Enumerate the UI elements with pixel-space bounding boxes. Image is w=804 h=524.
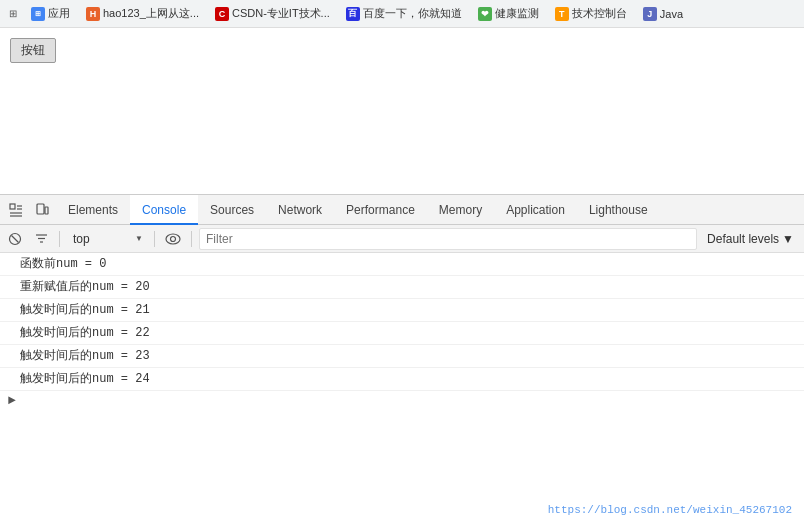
tab-lighthouse[interactable]: Lighthouse [577,195,660,225]
bookmark-health-label: 健康监测 [495,6,539,21]
tab-network[interactable]: Network [266,195,334,225]
health-favicon: ❤ [478,7,492,21]
tab-memory[interactable]: Memory [427,195,494,225]
context-selector[interactable]: top [67,230,147,248]
bookmark-baidu-label: 百度一下，你就知道 [363,6,462,21]
device-toolbar-icon[interactable] [30,198,54,222]
tab-elements[interactable]: Elements [56,195,130,225]
console-line-4: 触发时间后的num = 23 [0,345,804,368]
svg-rect-5 [37,204,44,214]
filter-input[interactable] [199,228,697,250]
bookmark-java-label: Java [660,8,683,20]
console-line-3: 触发时间后的num = 22 [0,322,804,345]
svg-rect-0 [10,204,15,209]
context-selector-wrap[interactable]: top ▼ [67,230,147,248]
tab-console[interactable]: Console [130,195,198,225]
clear-console-icon[interactable] [4,228,26,250]
bookmark-tech[interactable]: T 技术控制台 [550,4,632,23]
console-line-2: 触发时间后的num = 21 [0,299,804,322]
tab-performance[interactable]: Performance [334,195,427,225]
browser-toolbar: ⊞ ⊞ 应用 H hao123_上网从这... C CSDN-专业IT技术...… [0,0,804,28]
java-favicon: J [643,7,657,21]
console-prompt-arrow: ► [8,393,16,408]
svg-point-13 [171,236,176,241]
bookmark-apps-label: 应用 [48,6,70,21]
console-line-0: 函数前num = 0 [0,253,804,276]
default-levels-selector[interactable]: Default levels ▼ [701,230,800,248]
toolbar-divider-2 [154,231,155,247]
live-expression-icon[interactable] [162,228,184,250]
filter-icon[interactable] [30,228,52,250]
apps-favicon: ⊞ [31,7,45,21]
toolbar-divider-3 [191,231,192,247]
devtools-tab-bar: Elements Console Sources Network Perform… [0,195,804,225]
svg-rect-6 [45,207,48,214]
svg-point-12 [166,234,180,244]
toolbar-divider [59,231,60,247]
page-button[interactable]: 按钮 [10,38,56,63]
hao123-favicon: H [86,7,100,21]
default-levels-label: Default levels [707,232,779,246]
console-output: 函数前num = 0 重新赋值后的num = 20 触发时间后的num = 21… [0,253,804,524]
page-content: 按钮 [0,28,804,194]
grid-icon: ⊞ [6,7,20,21]
bookmark-apps[interactable]: ⊞ 应用 [26,4,75,23]
bookmark-java[interactable]: J Java [638,5,688,23]
devtools-panel: Elements Console Sources Network Perform… [0,194,804,524]
bookmark-hao123-label: hao123_上网从这... [103,6,199,21]
watermark: https://blog.csdn.net/weixin_45267102 [548,504,792,516]
console-line-5: 触发时间后的num = 24 [0,368,804,391]
csdn-favicon: C [215,7,229,21]
console-toolbar: top ▼ Default levels ▼ [0,225,804,253]
svg-line-8 [12,235,19,242]
bookmark-baidu[interactable]: 百 百度一下，你就知道 [341,4,467,23]
bookmark-csdn[interactable]: C CSDN-专业IT技术... [210,4,335,23]
tab-sources[interactable]: Sources [198,195,266,225]
baidu-favicon: 百 [346,7,360,21]
inspect-element-icon[interactable] [4,198,28,222]
tech-favicon: T [555,7,569,21]
bookmark-tech-label: 技术控制台 [572,6,627,21]
bookmark-hao123[interactable]: H hao123_上网从这... [81,4,204,23]
bookmark-csdn-label: CSDN-专业IT技术... [232,6,330,21]
bookmark-health[interactable]: ❤ 健康监测 [473,4,544,23]
console-input-area[interactable]: ► [0,391,804,410]
default-levels-arrow: ▼ [782,232,794,246]
console-line-1: 重新赋值后的num = 20 [0,276,804,299]
tab-application[interactable]: Application [494,195,577,225]
